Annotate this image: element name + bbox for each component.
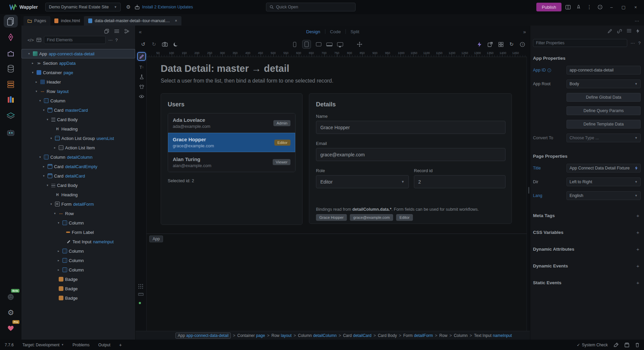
chevron-down-icon[interactable]: ▾ [42,174,46,178]
visibility-eye-icon[interactable] [139,93,144,100]
app-id-input[interactable] [567,66,641,74]
view-tab-code[interactable]: Code [325,29,345,34]
app-root-select[interactable]: Body ▼ [567,80,641,88]
tab-overflow-icon[interactable]: ⋯ [635,18,644,23]
define-button[interactable]: Define Global Data [567,93,641,102]
tree-item-badge[interactable]: Badge [21,293,135,303]
extension-install-icon[interactable] [133,3,142,11]
breadcrumb-item[interactable]: ColumndetailColumn [298,333,336,338]
redo-icon[interactable]: ↻ [151,41,157,47]
filter-more-icon[interactable]: ⋯ [631,41,635,46]
tree-more-icon[interactable]: ⋯ [108,38,113,43]
pan-move-icon[interactable] [357,42,363,47]
convert-to-select[interactable]: Choose Type ... ▼ [567,134,641,142]
dock-pages[interactable] [0,15,21,28]
dynamic-bolt-icon[interactable] [636,29,639,35]
tree-item-heading[interactable]: Heading [21,124,135,134]
tree-item-column[interactable]: ▾Column [21,96,135,105]
breadcrumb-item[interactable]: FormdetailForm [403,333,433,338]
canvas-help-icon[interactable]: ? [519,42,525,47]
clean-cache-icon[interactable] [614,343,619,347]
package-icon[interactable] [625,343,629,347]
tree-item-card-body[interactable]: ▾Card Body [21,181,135,190]
role-select[interactable]: Editor ▼ [316,175,409,188]
chevron-right-icon[interactable]: ▸ [53,146,57,149]
dir-select[interactable]: Left to Right ▼ [567,178,641,186]
text-size-icon[interactable]: T↕ [140,64,144,70]
tab-close-icon[interactable]: × [175,18,177,23]
trash-icon[interactable] [635,343,639,347]
tree-item-form-label[interactable]: Form Label [21,228,135,237]
chevron-right-icon[interactable]: ▸ [31,61,35,65]
dynamic-data-bolt-icon[interactable] [476,42,482,47]
chevron-down-icon[interactable]: ▾ [42,108,46,112]
undo-icon[interactable]: ↺ [140,41,146,47]
device-tablet-landscape-icon[interactable] [316,42,322,46]
theme-shirt-icon[interactable] [139,83,144,90]
tree-item-nameInput[interactable]: Text InputnameInput [21,237,135,246]
dynamic-bolt-icon[interactable] [635,166,638,170]
dock-ai-assistant[interactable] [0,126,21,140]
app-selection-tag[interactable]: App [149,236,163,242]
list-view-icon[interactable] [114,28,119,34]
extension-updates-link[interactable]: Install 2 Extension Updates [142,5,193,9]
view-tab-split[interactable]: Split [346,29,364,34]
chevron-down-icon[interactable]: ▾ [31,71,35,74]
problems-button[interactable]: Problems [72,343,90,347]
tree-item-detailColumn[interactable]: ▾ColumndetailColumn [21,152,135,162]
chevron-down-icon[interactable]: ▾ [49,202,53,206]
target-selector[interactable]: Target: Development ▼ [22,343,64,347]
chevron-down-icon[interactable]: ▾ [53,212,57,215]
more-menu-icon[interactable]: ⋮ [585,3,594,11]
screenshot-camera-icon[interactable] [162,42,168,47]
dock-library[interactable] [0,93,21,106]
maximize-button[interactable]: ▢ [619,3,629,11]
plus-icon[interactable]: + [636,263,639,269]
chevron-right-icon[interactable]: ▸ [42,165,46,168]
dock-components[interactable] [0,109,21,123]
breadcrumb-item[interactable]: Rowlayout [271,333,291,338]
output-button[interactable]: Output [98,343,110,347]
minimize-button[interactable]: – [606,3,616,11]
user-list-item[interactable]: Ada Lovelaceada@example.comAdmin [168,113,295,133]
project-selector[interactable]: Demo Dynamic Real Estate Site ▼ [45,3,121,11]
tree-item-detailCard[interactable]: ▾CarddetailCard [21,171,135,181]
tree-item-appData[interactable]: ▸SectionappData [21,58,135,68]
lang-select[interactable]: English ▼ [567,191,641,200]
deploy-rocket-icon[interactable] [574,3,583,11]
section-static-events[interactable]: Static Events+ [530,279,644,286]
device-tablet-portrait-icon[interactable] [302,40,311,49]
properties-help-icon[interactable]: ? [638,41,641,46]
device-phone-icon[interactable] [291,42,298,47]
plus-icon[interactable]: + [636,246,639,252]
tree-item-masterCard[interactable]: ▾CardmasterCard [21,105,135,115]
breadcrumb-item[interactable]: Row [439,333,447,338]
section-dynamic-attributes[interactable]: Dynamic Attributes+ [530,246,644,252]
dock-extensions[interactable] [0,47,21,60]
dock-server-connect[interactable] [0,78,21,91]
system-check-button[interactable]: ✓ System Check [577,343,608,347]
chevron-down-icon[interactable]: ▾ [45,118,50,121]
chevron-down-icon[interactable]: ▾ [45,184,50,187]
refresh-icon[interactable]: ↻ [508,41,515,47]
chevron-down-icon[interactable]: ▾ [49,137,53,140]
tree-item-heading[interactable]: Heading [21,190,135,199]
project-settings-gear-icon[interactable]: ⚙ [124,3,133,11]
experiments-flask-icon[interactable] [140,73,144,80]
plus-icon[interactable]: + [636,230,639,235]
title-input[interactable]: App Connect Data Detail Fixture [567,164,641,172]
breadcrumb-item[interactable]: CarddetailCard [343,333,372,338]
section-dynamic-events[interactable]: Dynamic Events+ [530,262,644,269]
chevron-down-icon[interactable]: ▾ [34,90,39,93]
filter-properties-input[interactable] [533,39,627,47]
tree-item-detailCardEmpty[interactable]: ▸CarddetailCardEmpty [21,162,135,171]
chevron-right-icon[interactable]: ▸ [56,268,61,271]
tree-item-column[interactable]: ▾Column [21,218,135,228]
tree-item-layout[interactable]: ▾Rowlayout [21,87,135,96]
user-list-item[interactable]: Grace Hoppergrace@example.comEditor [168,133,295,152]
define-button[interactable]: Define Template Data [567,120,641,129]
tree-item-action-list-item[interactable]: ▸Action List Item [21,143,135,152]
dock-github[interactable]: Beta [0,290,21,304]
name-input[interactable] [316,121,505,134]
tree-item-detailForm[interactable]: ▾FormdetailForm [21,199,135,209]
